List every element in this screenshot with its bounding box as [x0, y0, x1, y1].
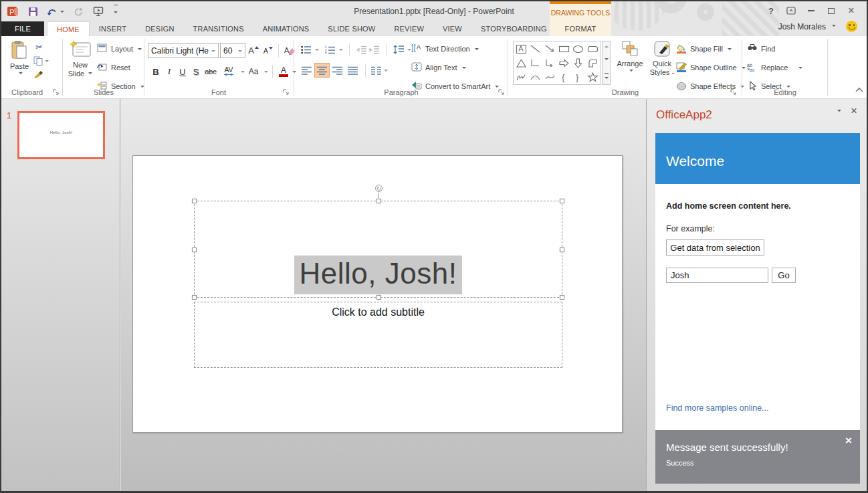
align-center-button[interactable]: [314, 63, 330, 78]
shadow-button[interactable]: S: [189, 64, 203, 79]
shape-fill-dropdown-icon[interactable]: [728, 48, 732, 52]
font-name-combobox[interactable]: Calibri Light (He: [148, 43, 219, 58]
font-dialog-launcher-icon[interactable]: [282, 88, 290, 96]
font-size-dropdown-icon[interactable]: [238, 50, 242, 54]
paste-button[interactable]: Paste: [4, 40, 35, 75]
shape-gallery-scrollbar[interactable]: [602, 41, 611, 85]
increase-indent-icon-disabled[interactable]: [368, 44, 380, 55]
clipboard-dialog-launcher-icon[interactable]: [52, 88, 60, 96]
left-brace-shape[interactable]: {: [557, 70, 571, 84]
change-case-button[interactable]: Aa: [245, 64, 262, 79]
increase-font-size-icon[interactable]: A: [247, 45, 260, 56]
bold-button[interactable]: B: [149, 64, 162, 79]
format-painter-icon[interactable]: [33, 70, 49, 80]
align-text-dropdown-icon[interactable]: [462, 67, 466, 71]
collapse-ribbon-icon[interactable]: [855, 87, 863, 92]
arrange-dropdown-icon[interactable]: [629, 70, 633, 74]
resize-handle-s[interactable]: [376, 295, 381, 300]
layout-dropdown-icon[interactable]: [138, 48, 142, 52]
help-icon[interactable]: ?: [762, 4, 780, 17]
new-slide-button[interactable]: NewSlide: [65, 40, 96, 78]
oval-shape[interactable]: [571, 42, 585, 56]
change-case-dropdown-icon[interactable]: [264, 71, 268, 75]
resize-handle-ne[interactable]: [560, 199, 564, 203]
tab-slide-show[interactable]: SLIDE SHOW: [318, 21, 385, 36]
gallery-scroll-up-icon[interactable]: [605, 43, 609, 47]
tab-transitions[interactable]: TRANSITIONS: [184, 21, 253, 36]
right-arrow-shape[interactable]: [557, 56, 571, 70]
minimize-icon[interactable]: [802, 4, 820, 17]
paragraph-dialog-launcher-icon[interactable]: [498, 88, 505, 96]
font-size-combobox[interactable]: 60: [220, 43, 245, 58]
notification-close-icon[interactable]: ×: [845, 434, 852, 448]
go-button[interactable]: Go: [772, 268, 796, 283]
rounded-rectangle-shape[interactable]: [586, 42, 600, 56]
slide-title[interactable]: Hello, Josh!: [195, 256, 562, 294]
tab-design[interactable]: DESIGN: [136, 21, 183, 36]
maximize-icon[interactable]: [823, 4, 840, 17]
right-brace-shape[interactable]: }: [571, 70, 585, 84]
justify-button[interactable]: [345, 63, 360, 78]
text-direction-dropdown-icon[interactable]: [475, 48, 479, 52]
tab-file[interactable]: FILE: [1, 21, 44, 36]
layout-button[interactable]: Layout: [97, 41, 144, 56]
resize-handle-sw[interactable]: [192, 295, 197, 300]
elbow-arrow-connector-shape[interactable]: [543, 56, 557, 70]
strikethrough-button[interactable]: abc: [203, 64, 219, 79]
copy-dropdown-icon[interactable]: [45, 60, 49, 64]
slide-editor-area[interactable]: Hello, Josh! ↻ Click to add subtitle: [121, 99, 647, 491]
decrease-font-size-icon[interactable]: A: [261, 45, 275, 56]
curve-shape[interactable]: [543, 70, 557, 84]
underline-button[interactable]: U: [176, 64, 189, 79]
line-spacing-icon[interactable]: [393, 44, 404, 55]
tab-storyboarding[interactable]: STORYBOARDING: [471, 21, 556, 36]
align-text-button[interactable]: Align Text: [411, 60, 499, 75]
align-right-button[interactable]: [330, 63, 345, 78]
columns-dropdown-icon[interactable]: [384, 70, 388, 74]
arrange-button[interactable]: Arrange: [615, 40, 645, 72]
task-pane-close-icon[interactable]: ×: [851, 104, 857, 118]
copy-button[interactable]: [33, 56, 49, 66]
rotation-handle[interactable]: ↻: [375, 185, 383, 192]
get-data-button[interactable]: Get data from selection: [666, 239, 764, 256]
cut-icon[interactable]: ✂: [33, 41, 45, 52]
find-button[interactable]: Find: [747, 41, 802, 56]
line-shape[interactable]: [528, 42, 542, 56]
bullets-dropdown-icon[interactable]: [315, 49, 319, 53]
gallery-scroll-down-icon[interactable]: [605, 58, 609, 62]
shape-fill-button[interactable]: Shape Fill: [676, 41, 746, 56]
tab-animations[interactable]: ANIMATIONS: [253, 21, 319, 36]
paste-dropdown-icon[interactable]: [19, 72, 23, 76]
columns-icon[interactable]: [370, 65, 382, 76]
arc-shape[interactable]: [528, 70, 542, 84]
close-icon[interactable]: ×: [843, 4, 860, 17]
numbering-icon[interactable]: 123: [324, 44, 336, 55]
italic-button[interactable]: I: [162, 64, 176, 79]
clear-formatting-icon[interactable]: A: [282, 45, 297, 56]
name-input[interactable]: [666, 268, 768, 283]
triangle-shape[interactable]: [514, 56, 528, 70]
slide-thumbnail-panel[interactable]: 1 Hello, Josh!: [1, 99, 120, 491]
task-pane-dropdown-icon[interactable]: [837, 110, 841, 114]
text-direction-button[interactable]: A Text Direction: [411, 41, 499, 56]
text-box-shape[interactable]: [514, 42, 528, 56]
tab-view[interactable]: VIEW: [433, 21, 471, 36]
replace-dropdown-icon[interactable]: [798, 67, 802, 71]
bullets-icon[interactable]: [300, 44, 312, 55]
elbow-connector-shape[interactable]: [528, 56, 542, 70]
resize-handle-e[interactable]: [560, 248, 564, 252]
down-arrow-shape[interactable]: [571, 56, 585, 70]
title-placeholder[interactable]: Hello, Josh! ↻: [194, 201, 562, 298]
resize-handle-se[interactable]: [560, 295, 564, 300]
replace-button[interactable]: abac Replace: [747, 60, 802, 75]
tab-home[interactable]: HOME: [47, 21, 90, 36]
tab-review[interactable]: REVIEW: [385, 21, 433, 36]
tab-format[interactable]: FORMAT: [550, 21, 611, 36]
ribbon-display-options-icon[interactable]: [782, 4, 800, 17]
reset-button[interactable]: Reset: [97, 60, 144, 75]
font-name-dropdown-icon[interactable]: [211, 50, 215, 54]
align-left-button[interactable]: [299, 63, 314, 78]
subtitle-placeholder[interactable]: Click to add subtitle: [194, 302, 562, 368]
tab-insert[interactable]: INSERT: [90, 21, 136, 36]
slide-canvas[interactable]: Hello, Josh! ↻ Click to add subtitle: [132, 155, 623, 433]
